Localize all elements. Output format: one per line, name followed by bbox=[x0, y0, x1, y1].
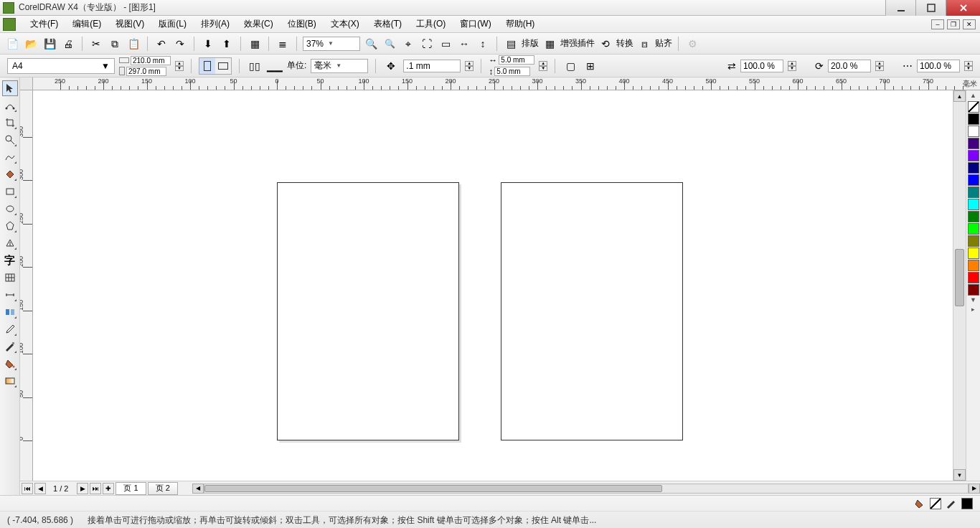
dup-y-input[interactable] bbox=[494, 67, 530, 76]
menu-排列[interactable]: 排列(A) bbox=[194, 16, 237, 32]
undo-button[interactable]: ↶ bbox=[154, 36, 169, 52]
facing-pages-button[interactable]: ▯▯ bbox=[247, 58, 263, 74]
dimension-tool[interactable] bbox=[2, 287, 18, 303]
swatch-008080[interactable] bbox=[968, 187, 979, 198]
swatch-FFFFFF[interactable] bbox=[968, 126, 979, 137]
page-tab-1[interactable]: 页 1 bbox=[116, 482, 146, 495]
shape-tool[interactable] bbox=[2, 98, 18, 113]
page-size-combo[interactable]: A4▼ bbox=[7, 58, 115, 74]
swatch-8000FF[interactable] bbox=[968, 150, 979, 161]
snap-to-button[interactable]: ⊞ bbox=[583, 58, 598, 74]
freehand-tool[interactable] bbox=[2, 149, 18, 165]
mdi-restore-button[interactable]: ❐ bbox=[947, 19, 960, 29]
dup-x-input[interactable] bbox=[499, 55, 534, 65]
table-tool[interactable] bbox=[2, 270, 18, 286]
palette-down-button[interactable]: ▼ bbox=[968, 296, 979, 305]
page-width-input[interactable] bbox=[131, 56, 171, 65]
ruler-origin[interactable] bbox=[20, 77, 33, 90]
close-button[interactable] bbox=[946, 0, 980, 16]
scroll-right-button[interactable]: ▶ bbox=[969, 484, 980, 494]
cut-button[interactable]: ✂ bbox=[88, 36, 104, 52]
nudge-input[interactable]: .1 mm bbox=[403, 60, 461, 72]
dim-down-button[interactable]: ▼ bbox=[175, 66, 184, 71]
next-page-button[interactable]: ▶ bbox=[77, 483, 88, 494]
minimize-button[interactable] bbox=[885, 0, 915, 16]
page-2-rect[interactable] bbox=[501, 182, 683, 440]
mdi-close-button[interactable]: ✕ bbox=[963, 19, 976, 29]
new-button[interactable]: 📄 bbox=[4, 36, 20, 52]
interactive-tool[interactable] bbox=[2, 304, 18, 320]
swatch-00FF00[interactable] bbox=[968, 223, 979, 235]
page-1-rect[interactable] bbox=[277, 182, 459, 440]
zoom-width-button[interactable]: ↔ bbox=[456, 36, 472, 52]
add-page-button[interactable]: ✚ bbox=[103, 483, 114, 494]
swatch-00FFFF[interactable] bbox=[968, 199, 979, 210]
menu-效果[interactable]: 效果(C) bbox=[237, 16, 281, 32]
vertical-ruler[interactable]: 350300250200150100500 bbox=[20, 90, 33, 481]
zoom-combo[interactable]: 37%▼ bbox=[303, 37, 360, 51]
current-fill-swatch[interactable] bbox=[930, 498, 941, 509]
zoom-selection-button[interactable]: ⌖ bbox=[400, 36, 416, 52]
dup-down[interactable]: ▼ bbox=[539, 66, 547, 71]
import-button[interactable]: ⬇ bbox=[200, 36, 216, 52]
zoom-in-button[interactable]: 🔍 bbox=[363, 36, 379, 52]
nudge-up[interactable]: ▲ bbox=[465, 61, 473, 66]
pick-tool[interactable] bbox=[2, 80, 18, 96]
page-height-input[interactable] bbox=[126, 67, 166, 76]
palette-expand-button[interactable]: ▸ bbox=[968, 306, 979, 314]
swatch-FF0000[interactable] bbox=[968, 272, 979, 283]
rectangle-tool[interactable] bbox=[2, 184, 18, 199]
layout-icon[interactable]: ▤ bbox=[503, 36, 519, 52]
units-combo[interactable]: 毫米▼ bbox=[311, 59, 368, 73]
menu-编辑[interactable]: 编辑(E) bbox=[65, 16, 108, 32]
swatch-000080[interactable] bbox=[968, 162, 979, 174]
outline-tool[interactable] bbox=[2, 339, 18, 354]
pct3-input[interactable]: 100.0 % bbox=[917, 60, 960, 72]
open-button[interactable]: 📂 bbox=[23, 36, 39, 52]
polygon-tool[interactable] bbox=[2, 218, 18, 234]
swatch-400080[interactable] bbox=[968, 138, 979, 149]
swatch-0000FF[interactable] bbox=[968, 174, 979, 186]
snap-icon[interactable]: ⧈ bbox=[636, 36, 652, 52]
pct1-input[interactable]: 100.0 % bbox=[740, 60, 783, 72]
menu-工具[interactable]: 工具(O) bbox=[409, 16, 453, 32]
basic-shapes-tool[interactable] bbox=[2, 235, 18, 251]
swatch-808000[interactable] bbox=[968, 235, 979, 247]
nudge-down[interactable]: ▼ bbox=[465, 66, 473, 71]
interactive-fill-tool[interactable] bbox=[2, 373, 18, 389]
page-sort-button[interactable]: ▁▁ bbox=[267, 58, 283, 74]
welcome-button[interactable]: ≣ bbox=[275, 36, 291, 52]
palette-up-button[interactable]: ▲ bbox=[968, 92, 979, 100]
swatch-FF8000[interactable] bbox=[968, 260, 979, 271]
text-tool[interactable]: 字 bbox=[2, 253, 18, 268]
eyedropper-tool[interactable] bbox=[2, 321, 18, 337]
copy-button[interactable]: ⧉ bbox=[107, 36, 123, 52]
scroll-up-button[interactable]: ▲ bbox=[953, 90, 966, 102]
horizontal-scrollbar[interactable]: ◀ ▶ bbox=[192, 484, 980, 494]
menu-帮助[interactable]: 帮助(H) bbox=[499, 16, 542, 32]
save-button[interactable]: 💾 bbox=[42, 36, 57, 52]
menu-窗口[interactable]: 窗口(W) bbox=[453, 16, 498, 32]
drawing-canvas[interactable] bbox=[33, 90, 953, 481]
maximize-button[interactable] bbox=[915, 0, 946, 16]
mdi-minimize-button[interactable]: – bbox=[931, 19, 944, 29]
swatch-000000[interactable] bbox=[968, 113, 979, 125]
scroll-down-button[interactable]: ▼ bbox=[953, 469, 966, 481]
current-outline-swatch[interactable] bbox=[961, 498, 973, 509]
enhance-icon[interactable]: ▦ bbox=[542, 36, 557, 52]
portrait-button[interactable] bbox=[199, 58, 215, 74]
treat-as-filled-button[interactable]: ▢ bbox=[562, 58, 578, 74]
paste-button[interactable]: 📋 bbox=[126, 36, 141, 52]
swatch-none[interactable] bbox=[968, 101, 979, 113]
zoom-height-button[interactable]: ↕ bbox=[475, 36, 491, 52]
transform-icon[interactable]: ⟲ bbox=[598, 36, 613, 52]
prev-page-button[interactable]: ◀ bbox=[34, 483, 46, 494]
menu-位图[interactable]: 位图(B) bbox=[281, 16, 324, 32]
last-page-button[interactable]: ⏭ bbox=[90, 483, 101, 494]
dup-up[interactable]: ▲ bbox=[539, 61, 547, 66]
ellipse-tool[interactable] bbox=[2, 201, 18, 217]
crop-tool[interactable] bbox=[2, 115, 18, 131]
options-button[interactable]: ⚙ bbox=[684, 36, 700, 52]
menu-文本[interactable]: 文本(X) bbox=[324, 16, 367, 32]
menu-表格[interactable]: 表格(T) bbox=[367, 16, 409, 32]
